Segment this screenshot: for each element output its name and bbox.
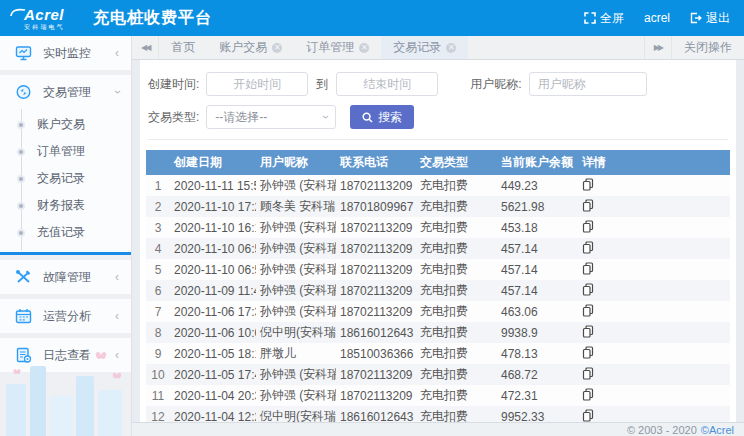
logout-button[interactable]: 退出	[690, 10, 730, 27]
tab-trade-record[interactable]: 交易记录✕	[381, 36, 468, 59]
row-number-cell: 1	[146, 175, 170, 196]
sidebar-item-recharge-record[interactable]: 充值记录	[0, 219, 131, 246]
nickname-cell: 孙钟强 (安科瑞)	[256, 217, 336, 238]
row-number-cell: 8	[146, 322, 170, 343]
copy-detail-icon	[582, 388, 594, 404]
username: acrel	[644, 11, 670, 25]
fullscreen-button[interactable]: 全屏	[584, 10, 624, 27]
nickname-cell: 孙钟强 (安科瑞)	[256, 175, 336, 196]
fault-icon	[15, 269, 32, 286]
sidebar-item-transaction-manage[interactable]: 交易管理‹	[0, 75, 131, 109]
sidebar-item-label: 实时监控	[43, 45, 91, 62]
sidebar-item-log-view[interactable]: 日志查看‹	[0, 338, 131, 372]
monitor-icon	[15, 45, 32, 62]
content-area: 创建时间: 到 用户昵称: 交易类型: --请选择-- ‹	[132, 60, 744, 422]
copy-detail-icon	[582, 283, 594, 299]
balance-cell: 468.72	[497, 364, 578, 385]
copy-detail-icon	[582, 325, 594, 341]
detail-cell	[578, 217, 730, 238]
trade-type-select[interactable]: --请选择-- ‹	[206, 105, 336, 129]
search-icon	[362, 112, 373, 123]
nickname-cell: 孙钟强 (安科瑞)	[256, 259, 336, 280]
filter-row-2: 交易类型: --请选择-- ‹ 搜索	[146, 105, 730, 129]
phone-cell: 18702113209	[336, 238, 416, 259]
detail-button[interactable]	[582, 283, 594, 299]
detail-button[interactable]	[582, 304, 594, 320]
sidebar-item-label: 故障管理	[43, 269, 91, 286]
bullet-icon	[17, 229, 25, 237]
logo-swoosh-icon	[10, 7, 26, 17]
trade-type-selected-value: --请选择--	[215, 109, 267, 126]
sidebar-subitem-label: 财务报表	[37, 197, 85, 214]
sidebar-subitem-label: 充值记录	[37, 224, 85, 241]
sidebar-item-fault-manage[interactable]: 故障管理‹	[0, 260, 131, 294]
detail-cell	[578, 343, 730, 364]
column-header: 详情	[578, 150, 730, 175]
table-row: 62020-11-09 11:42:24孙钟强 (安科瑞)18702113209…	[146, 280, 730, 301]
balance-cell: 5621.98	[497, 196, 578, 217]
sidebar: 实时监控‹交易管理‹账户交易订单管理交易记录财务报表充值记录故障管理‹运营分析‹…	[0, 36, 132, 436]
sidebar-item-account-trade[interactable]: 账户交易	[0, 111, 131, 138]
copy-detail-icon	[582, 346, 594, 362]
nickname-cell: 孙钟强 (安科瑞)	[256, 385, 336, 406]
tab-account-trade[interactable]: 账户交易✕	[207, 36, 294, 59]
detail-button[interactable]	[582, 178, 594, 194]
balance-cell: 463.06	[497, 301, 578, 322]
sidebar-subitem-label: 账户交易	[37, 116, 85, 133]
tabs-scroll-left-icon[interactable]: ◀◀	[132, 36, 159, 59]
nickname-cell: 孙钟强 (安科瑞)	[256, 364, 336, 385]
create-date-cell: 2020-11-10 17:26:11	[170, 196, 256, 217]
detail-button[interactable]	[582, 241, 594, 257]
tab-close-icon[interactable]: ✕	[359, 43, 369, 53]
end-time-input[interactable]	[336, 72, 438, 96]
table-row: 112020-11-04 20:37:02孙钟强 (安科瑞)1870211320…	[146, 385, 730, 406]
detail-cell	[578, 322, 730, 343]
sidebar-item-realtime-monitor[interactable]: 实时监控‹	[0, 36, 131, 70]
phone-cell: 18702113209	[336, 301, 416, 322]
sidebar-item-trade-record[interactable]: 交易记录	[0, 165, 131, 192]
copy-detail-icon	[582, 262, 594, 278]
sidebar-group-operation-analysis: 运营分析‹	[0, 299, 131, 333]
user-menu[interactable]: acrel	[644, 11, 670, 25]
create-date-cell: 2020-11-05 17:48:59	[170, 364, 256, 385]
trade-record-panel: 创建时间: 到 用户昵称: 交易类型: --请选择-- ‹	[140, 60, 736, 422]
tab-close-icon[interactable]: ✕	[272, 43, 282, 53]
close-actions-dropdown[interactable]: 关闭操作	[671, 36, 744, 59]
table-row: 52020-11-10 06:51:44孙钟强 (安科瑞)18702113209…	[146, 259, 730, 280]
sidebar-item-finance-report[interactable]: 财务报表	[0, 192, 131, 219]
tab-order-manage[interactable]: 订单管理✕	[294, 36, 381, 59]
detail-button[interactable]	[582, 220, 594, 236]
copyright-text: © 2003 - 2020	[627, 424, 697, 436]
balance-cell: 478.13	[497, 343, 578, 364]
chevron-down-icon: ‹	[318, 115, 332, 119]
copy-detail-icon	[582, 367, 594, 383]
search-button[interactable]: 搜索	[350, 105, 414, 129]
tab-close-icon[interactable]: ✕	[446, 43, 456, 53]
start-time-input[interactable]	[206, 72, 308, 96]
nickname-label: 用户昵称:	[470, 76, 521, 93]
detail-button[interactable]	[582, 388, 594, 404]
sidebar-item-operation-analysis[interactable]: 运营分析‹	[0, 299, 131, 333]
detail-button[interactable]	[582, 367, 594, 383]
detail-button[interactable]	[582, 199, 594, 215]
detail-cell	[578, 196, 730, 217]
create-date-cell: 2020-11-10 16:18:58	[170, 217, 256, 238]
column-header: 联系电话	[336, 150, 416, 175]
transaction-icon	[15, 84, 32, 101]
trade-type-cell: 充电扣费	[416, 385, 497, 406]
detail-cell	[578, 385, 730, 406]
row-number-cell: 2	[146, 196, 170, 217]
tab-home[interactable]: 首页	[159, 36, 207, 59]
sidebar-item-order-manage[interactable]: 订单管理	[0, 138, 131, 165]
sidebar-subitem-label: 订单管理	[37, 143, 85, 160]
nickname-input[interactable]	[529, 72, 647, 96]
detail-button[interactable]	[582, 325, 594, 341]
detail-button[interactable]	[582, 262, 594, 278]
page-title: 充电桩收费平台	[93, 8, 212, 29]
detail-button[interactable]	[582, 346, 594, 362]
tabs-scroll-right-icon[interactable]: ▶▶	[644, 36, 671, 59]
trade-type-cell: 充电扣费	[416, 259, 497, 280]
sidebar-item-label: 运营分析	[43, 308, 91, 325]
acrel-brand-link[interactable]: ©Acrel	[701, 424, 734, 436]
detail-cell	[578, 280, 730, 301]
